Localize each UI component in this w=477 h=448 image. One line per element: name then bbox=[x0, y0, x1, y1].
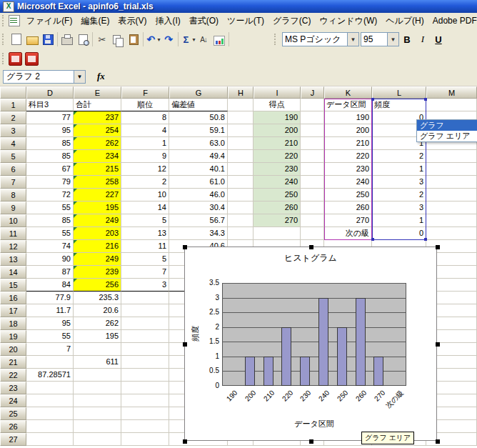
cell-E12[interactable]: 216 bbox=[74, 240, 121, 253]
cell-E9[interactable]: 195 bbox=[74, 201, 121, 214]
cell-D27[interactable] bbox=[26, 433, 74, 446]
cell-D3[interactable]: 95 bbox=[26, 124, 74, 137]
cell-D22[interactable]: 87.28571 bbox=[26, 369, 74, 382]
row-header-19[interactable]: 19 bbox=[0, 330, 26, 343]
copy-button[interactable] bbox=[110, 31, 126, 47]
menu-item-tools[interactable]: ツール(T) bbox=[223, 13, 268, 29]
select-all-corner[interactable] bbox=[0, 86, 26, 99]
cell-D12[interactable]: 74 bbox=[26, 240, 74, 253]
cell-E8[interactable]: 227 bbox=[74, 189, 121, 201]
row-header-5[interactable]: 5 bbox=[0, 150, 26, 163]
cell-I5[interactable]: 220 bbox=[253, 150, 301, 163]
cell-E22[interactable] bbox=[74, 369, 121, 382]
chart-bar-230[interactable] bbox=[300, 357, 310, 386]
cell-G2[interactable]: 50.8 bbox=[169, 111, 228, 124]
column-header-G[interactable]: G bbox=[169, 86, 228, 99]
row-header-27[interactable]: 27 bbox=[0, 433, 26, 446]
cell-F21[interactable] bbox=[121, 356, 169, 369]
row-header-10[interactable]: 10 bbox=[0, 214, 26, 227]
cell-F25[interactable] bbox=[121, 407, 169, 420]
cell-D21[interactable] bbox=[26, 356, 74, 369]
chart-selection-handle[interactable] bbox=[183, 342, 187, 347]
cell-D15[interactable]: 84 bbox=[26, 279, 74, 292]
cell-E6[interactable]: 215 bbox=[74, 163, 121, 176]
row-header-4[interactable]: 4 bbox=[0, 137, 26, 150]
name-box-dropdown-icon[interactable]: ▼ bbox=[74, 71, 85, 83]
cell-D5[interactable]: 85 bbox=[26, 150, 74, 163]
create-pdf-icon[interactable] bbox=[9, 52, 22, 66]
print-button[interactable] bbox=[59, 31, 75, 47]
toolbar-grip[interactable] bbox=[2, 53, 6, 64]
cell-J4[interactable] bbox=[301, 137, 324, 150]
row-header-18[interactable]: 18 bbox=[0, 317, 26, 330]
cell-H3[interactable] bbox=[228, 124, 253, 137]
cell-G3[interactable]: 59.1 bbox=[169, 124, 228, 137]
cell-I6[interactable]: 230 bbox=[253, 163, 301, 176]
cell-F15[interactable]: 3 bbox=[121, 279, 169, 292]
cell-D20[interactable]: 7 bbox=[26, 343, 74, 356]
create-pdf-and-email-icon[interactable] bbox=[25, 52, 39, 66]
cell-D10[interactable]: 85 bbox=[26, 214, 74, 227]
cell-H5[interactable] bbox=[228, 150, 253, 163]
font-size-combo[interactable]: 95 ▼ bbox=[361, 32, 399, 46]
cell-H8[interactable] bbox=[228, 189, 253, 201]
cell-F18[interactable] bbox=[121, 317, 169, 330]
cell-D7[interactable]: 79 bbox=[26, 176, 74, 189]
cell-F10[interactable]: 5 bbox=[121, 214, 169, 227]
cell-F14[interactable]: 7 bbox=[121, 266, 169, 279]
cell-E10[interactable]: 249 bbox=[74, 214, 121, 227]
row-header-26[interactable]: 26 bbox=[0, 420, 26, 433]
row-header-9[interactable]: 9 bbox=[0, 201, 26, 214]
cell-F2[interactable]: 8 bbox=[121, 111, 169, 124]
formula-input[interactable] bbox=[109, 70, 473, 84]
cell-F4[interactable]: 1 bbox=[121, 137, 169, 150]
cell-H4[interactable] bbox=[228, 137, 253, 150]
cell-I2[interactable]: 190 bbox=[253, 111, 301, 124]
font-name-combo[interactable]: MS Pゴシック ▼ bbox=[282, 32, 359, 46]
redo-button[interactable] bbox=[161, 31, 176, 47]
row-header-2[interactable]: 2 bbox=[0, 111, 26, 124]
cell-D8[interactable]: 72 bbox=[26, 189, 74, 201]
cell-F6[interactable]: 12 bbox=[121, 163, 169, 176]
cell-G9[interactable]: 30.4 bbox=[169, 201, 228, 214]
cell-E24[interactable] bbox=[74, 394, 121, 407]
cell-E7[interactable]: 258 bbox=[74, 176, 121, 189]
cell-F22[interactable] bbox=[121, 369, 169, 382]
menu-item-adobe-pdf[interactable]: Adobe PDF(B) bbox=[428, 14, 477, 28]
range-handle[interactable] bbox=[371, 98, 374, 101]
cell-H9[interactable] bbox=[228, 201, 253, 214]
cell-J1[interactable] bbox=[301, 99, 324, 111]
chart-selection-handle[interactable] bbox=[436, 245, 440, 249]
chart-bar-210[interactable] bbox=[263, 357, 273, 386]
menu-item-help[interactable]: ヘルプ(H) bbox=[381, 13, 428, 29]
cell-I4[interactable]: 210 bbox=[253, 137, 301, 150]
cell-F3[interactable]: 4 bbox=[121, 124, 169, 137]
cell-I3[interactable]: 200 bbox=[253, 124, 301, 137]
italic-button[interactable]: I bbox=[415, 31, 431, 47]
column-header-J[interactable]: J bbox=[301, 86, 324, 99]
print-preview-button[interactable] bbox=[75, 31, 91, 47]
sort-ascending-button[interactable] bbox=[196, 31, 211, 47]
cell-F13[interactable]: 5 bbox=[121, 253, 169, 266]
chart-bar-240[interactable] bbox=[318, 298, 328, 386]
row-header-16[interactable]: 16 bbox=[0, 292, 26, 304]
insert-function-button[interactable]: fx bbox=[97, 71, 105, 82]
chart-bar-200[interactable] bbox=[245, 357, 255, 386]
cell-F27[interactable] bbox=[121, 433, 169, 446]
cell-E11[interactable]: 203 bbox=[74, 227, 121, 240]
cell-J3[interactable] bbox=[301, 124, 324, 137]
cell-G4[interactable]: 63.0 bbox=[169, 137, 228, 150]
cell-F16[interactable] bbox=[121, 292, 169, 304]
cell-J9[interactable] bbox=[301, 201, 324, 214]
cell-E2[interactable]: 237 bbox=[74, 111, 121, 124]
cell-J7[interactable] bbox=[301, 176, 324, 189]
row-header-12[interactable]: 12 bbox=[0, 240, 26, 253]
column-header-F[interactable]: F bbox=[121, 86, 169, 99]
cell-D13[interactable]: 90 bbox=[26, 253, 74, 266]
range-handle[interactable] bbox=[371, 238, 374, 241]
cell-D9[interactable]: 55 bbox=[26, 201, 74, 214]
cell-M5[interactable] bbox=[426, 150, 477, 163]
save-button[interactable] bbox=[40, 31, 56, 47]
row-header-1[interactable]: 1 bbox=[0, 99, 26, 111]
underline-button[interactable]: U bbox=[431, 31, 446, 47]
